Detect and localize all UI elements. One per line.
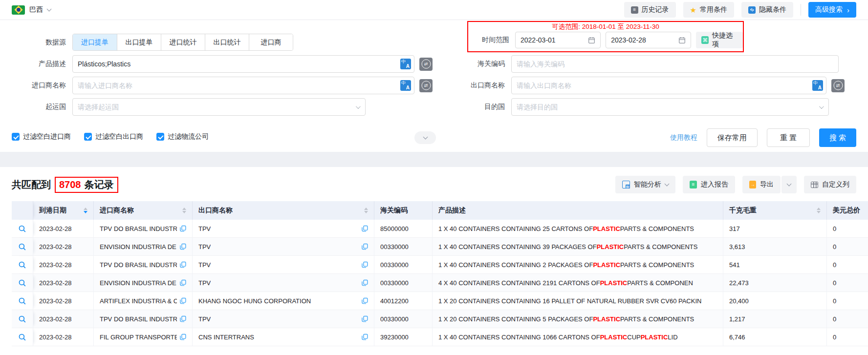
header-cell[interactable]: 出口商名称 bbox=[193, 201, 374, 220]
translate-icon[interactable] bbox=[812, 80, 823, 91]
origin-country-select[interactable] bbox=[72, 98, 366, 116]
checkbox[interactable] bbox=[84, 133, 92, 141]
fuzzy-match-icon[interactable] bbox=[419, 79, 433, 92]
match-count: 8708 bbox=[59, 179, 81, 190]
table-row: 2023-02-28FIL GROUP TRANSPORTECNS INTERT… bbox=[12, 328, 868, 346]
smart-analysis-button[interactable]: 智能分析 bbox=[615, 176, 675, 193]
filter-checkbox-item[interactable]: 过滤物流公司 bbox=[156, 132, 209, 141]
copy-icon[interactable] bbox=[177, 261, 186, 268]
sort-icon[interactable] bbox=[364, 208, 368, 214]
table-row: 2023-02-28ARTIFLEX INDUSTRIA & CKHANG NG… bbox=[12, 292, 868, 310]
product-desc-cell: 4 X 40 CONTAINERS CONTAINING 2191 CARTON… bbox=[433, 274, 723, 292]
product-desc-input[interactable] bbox=[72, 55, 414, 73]
copy-icon[interactable] bbox=[359, 225, 368, 232]
row-detail-search-icon[interactable] bbox=[18, 279, 26, 287]
copy-icon[interactable] bbox=[359, 334, 368, 340]
copy-icon[interactable] bbox=[177, 243, 186, 250]
save-conditions-button[interactable]: 保存常用 bbox=[707, 128, 758, 147]
detail-cell bbox=[12, 238, 33, 255]
dest-country-select[interactable] bbox=[511, 98, 829, 116]
copy-icon[interactable] bbox=[177, 315, 186, 322]
datasource-tab[interactable]: 进口统计 bbox=[161, 34, 205, 50]
copy-icon[interactable] bbox=[177, 279, 186, 286]
checkbox[interactable] bbox=[156, 133, 164, 141]
importer-name: TPV DO BRASIL INDUSTR bbox=[100, 261, 177, 269]
advanced-search-label: 高级搜索 bbox=[815, 5, 843, 14]
copy-icon[interactable] bbox=[359, 279, 368, 286]
header-cell[interactable]: 进口商名称 bbox=[94, 201, 193, 220]
hs-code-input[interactable] bbox=[511, 55, 839, 73]
translate-icon[interactable] bbox=[400, 59, 411, 69]
expand-conditions-button[interactable] bbox=[414, 131, 436, 144]
datasource-tab[interactable]: 进口提单 bbox=[73, 34, 117, 50]
row-detail-search-icon[interactable] bbox=[18, 225, 26, 233]
search-button[interactable]: 搜 索 bbox=[819, 128, 856, 147]
header-cell[interactable]: 到港日期 bbox=[33, 201, 94, 220]
copy-icon[interactable] bbox=[177, 225, 186, 232]
history-button[interactable]: 历史记录 bbox=[624, 2, 676, 18]
sort-icon[interactable] bbox=[182, 208, 186, 214]
datasource-tab[interactable]: 出口统计 bbox=[205, 34, 249, 50]
copy-icon[interactable] bbox=[359, 261, 368, 268]
highlighted-term: PLASTIC bbox=[597, 243, 624, 251]
country-selector[interactable]: 巴西 bbox=[12, 5, 51, 15]
row-detail-search-icon[interactable] bbox=[18, 333, 26, 341]
tutorial-link[interactable]: 使用教程 bbox=[670, 133, 697, 142]
copy-icon[interactable] bbox=[177, 334, 186, 340]
advanced-search-button[interactable]: 高级搜索 bbox=[808, 2, 856, 18]
sort-icon[interactable] bbox=[817, 208, 821, 214]
exporter-name: TPV bbox=[198, 225, 211, 232]
smart-analysis-label: 智能分析 bbox=[634, 180, 661, 189]
hs-code-cell: 00330000 bbox=[374, 310, 433, 328]
history-button-label: 历史记录 bbox=[642, 5, 669, 14]
importer-cell: TPV DO BRASIL INDUSTR bbox=[94, 256, 193, 273]
reset-button[interactable]: 重 置 bbox=[767, 128, 810, 147]
row-detail-search-icon[interactable] bbox=[18, 261, 26, 269]
enter-report-button[interactable]: 进入报告 bbox=[683, 176, 735, 193]
highlighted-term: PLASTIC bbox=[593, 225, 620, 232]
copy-icon[interactable] bbox=[359, 243, 368, 250]
exporter-cell: TPV bbox=[193, 256, 374, 273]
filter-checkbox-item[interactable]: 过滤空白出口商 bbox=[84, 132, 143, 141]
table-body: 2023-02-28TPV DO BRASIL INDUSTRTPV850000… bbox=[12, 220, 868, 346]
datasource-tab[interactable]: 出口提单 bbox=[117, 34, 161, 50]
translate-icon[interactable] bbox=[400, 80, 411, 91]
row-detail-search-icon[interactable] bbox=[18, 297, 26, 305]
start-date-input[interactable]: 2022-03-01 bbox=[515, 32, 601, 48]
export-dropdown-button[interactable] bbox=[781, 176, 797, 193]
quick-options-button[interactable]: 快捷选项 bbox=[696, 32, 743, 48]
detail-cell bbox=[12, 310, 33, 328]
hide-conditions-label: 隐藏条件 bbox=[759, 5, 786, 14]
header-cell[interactable]: 千克毛重 bbox=[723, 201, 827, 220]
fuzzy-match-icon[interactable] bbox=[831, 79, 845, 92]
exporter-input[interactable] bbox=[511, 77, 826, 94]
sort-icon[interactable] bbox=[84, 208, 87, 214]
exporter-name: KHANG NGOC HUNG CORPORATION bbox=[198, 297, 311, 305]
end-date-input[interactable]: 2023-02-28 bbox=[606, 32, 691, 48]
exporter-name: CNS INTERTRANS bbox=[198, 334, 254, 341]
hide-conditions-button[interactable]: 隐藏条件 bbox=[741, 2, 793, 18]
filter-checkbox-item[interactable]: 过滤空白进口商 bbox=[12, 132, 71, 141]
favorite-conditions-button[interactable]: 常用条件 bbox=[683, 2, 734, 18]
checkbox[interactable] bbox=[12, 133, 20, 141]
custom-columns-button[interactable]: 自定义列 bbox=[804, 176, 856, 193]
row-detail-search-icon[interactable] bbox=[18, 243, 26, 251]
price-cell: 0 bbox=[827, 238, 868, 255]
export-button[interactable]: 导出 bbox=[742, 176, 781, 193]
exporter-name: TPV bbox=[198, 261, 211, 269]
copy-icon[interactable] bbox=[177, 297, 186, 304]
highlighted-term: PLASTIC bbox=[600, 279, 628, 287]
fuzzy-match-icon[interactable] bbox=[419, 58, 433, 71]
importer-input[interactable] bbox=[72, 77, 414, 94]
exporter-name: TPV bbox=[198, 279, 211, 287]
copy-icon[interactable] bbox=[359, 297, 368, 304]
header-cell: 产品描述 bbox=[433, 201, 723, 220]
copy-icon[interactable] bbox=[359, 315, 368, 322]
datasource-tab[interactable]: 进口商 bbox=[249, 34, 293, 50]
start-date-value: 2022-03-01 bbox=[521, 36, 556, 44]
sort-asc-icon bbox=[364, 208, 368, 210]
highlighted-term: PLASTIC bbox=[593, 315, 620, 323]
table-row: 2023-02-28ENVISION INDUSTRIA DETPV003300… bbox=[12, 274, 868, 292]
arrival-date-cell: 2023-02-28 bbox=[33, 328, 94, 346]
row-detail-search-icon[interactable] bbox=[18, 315, 26, 323]
